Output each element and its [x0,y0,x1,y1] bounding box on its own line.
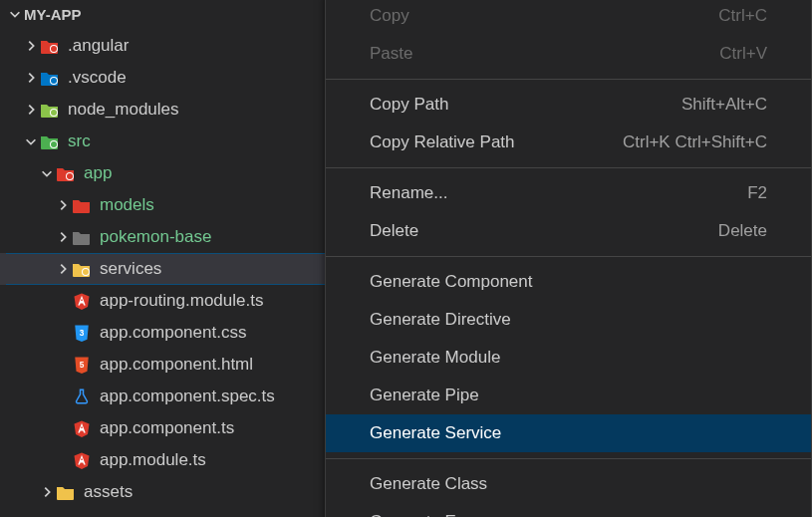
svg-point-7 [51,141,57,147]
folder-icon [72,195,92,215]
angular-file-icon [72,450,92,470]
context-menu-item-rename[interactable]: Rename...F2 [326,174,811,212]
context-menu-item-label: Generate Service [370,423,501,443]
file-explorer: MY-APP .angular.vscodenode_modulessrcapp… [0,0,325,517]
context-menu-separator [326,458,811,459]
context-menu-item-shortcut: F2 [747,183,767,203]
tree-item-label: node_modules [68,100,179,120]
context-menu-item-label: Rename... [370,183,447,203]
test-file-icon [72,387,92,406]
context-menu-item-shortcut: Ctrl+C [718,6,767,26]
context-menu-item-copy-path[interactable]: Copy PathShift+Alt+C [326,86,811,124]
context-menu-separator [326,167,811,168]
folder-row-vscode[interactable]: .vscode [0,62,325,94]
file-row-app-component-css[interactable]: 3app.component.css [0,317,325,349]
chevron-right-icon[interactable] [38,485,56,499]
folder-row-angular[interactable]: .angular [0,30,325,62]
chevron-right-icon[interactable] [54,262,72,276]
chevron-right-icon[interactable] [22,39,40,53]
tree-item-label: app.component.html [100,355,253,375]
tree-item-label: app.component.ts [100,418,234,438]
context-menu-item-generate-module[interactable]: Generate Module [326,339,811,377]
chevron-down-icon [6,5,24,23]
context-menu: CopyCtrl+CPasteCtrl+VCopy PathShift+Alt+… [325,0,812,517]
svg-point-3 [51,78,57,84]
folder-row-node-modules[interactable]: node_modules [0,94,325,126]
tree-item-label: app.component.css [100,323,246,343]
context-menu-item-shortcut: Ctrl+V [719,44,767,64]
svg-point-5 [51,110,57,116]
context-menu-item-shortcut: Delete [718,221,767,241]
folder-icon [72,259,92,279]
chevron-down-icon[interactable] [22,134,40,148]
context-menu-item-generate-pipe[interactable]: Generate Pipe [326,377,811,414]
html-file-icon: 5 [72,355,92,375]
svg-text:5: 5 [80,361,85,370]
context-menu-item-paste: PasteCtrl+V [326,35,811,73]
folder-icon [40,36,60,56]
context-menu-item-label: Generate Class [370,474,487,494]
context-menu-separator [326,79,811,80]
folder-row-models[interactable]: models [0,189,325,221]
context-menu-item-label: Generate Pipe [370,386,479,405]
svg-point-1 [51,46,57,52]
folder-row-pokemon-base[interactable]: pokemon-base [0,221,325,253]
tree-item-label: services [100,259,161,279]
context-menu-item-label: Copy Path [370,95,448,115]
context-menu-item-generate-service[interactable]: Generate Service [326,414,811,452]
context-menu-item-copy-relative-path[interactable]: Copy Relative PathCtrl+K Ctrl+Shift+C [326,124,811,161]
context-menu-item-label: Paste [370,44,412,64]
context-menu-item-shortcut: Shift+Alt+C [681,95,767,115]
folder-row-app[interactable]: app [0,157,325,189]
context-menu-item-label: Generate Enum [370,512,489,517]
svg-text:3: 3 [80,329,85,338]
chevron-right-icon[interactable] [22,71,40,85]
tree-item-label: .angular [68,36,129,56]
file-row-app-component-html[interactable]: 5app.component.html [0,349,325,381]
context-menu-separator [326,256,811,257]
angular-file-icon [72,291,92,311]
file-row-app-component-spec-ts[interactable]: app.component.spec.ts [0,381,325,412]
folder-icon [40,100,60,120]
context-menu-item-generate-component[interactable]: Generate Component [326,263,811,301]
css-file-icon: 3 [72,323,92,343]
tree-item-label: app.component.spec.ts [100,387,275,406]
folder-icon [40,68,60,88]
tree-item-label: src [68,131,91,151]
chevron-right-icon[interactable] [22,103,40,117]
context-menu-item-generate-class[interactable]: Generate Class [326,465,811,503]
context-menu-item-generate-enum[interactable]: Generate Enum [326,503,811,517]
folder-row-services[interactable]: services [0,253,325,285]
tree-item-label: models [100,195,154,215]
context-menu-item-generate-directive[interactable]: Generate Directive [326,301,811,339]
chevron-down-icon[interactable] [38,166,56,180]
folder-icon [40,131,60,151]
file-tree: .angular.vscodenode_modulessrcappmodelsp… [0,28,325,508]
context-menu-item-shortcut: Ctrl+K Ctrl+Shift+C [623,132,767,152]
tree-item-label: app.module.ts [100,450,206,470]
context-menu-item-label: Copy Relative Path [370,132,515,152]
folder-icon [56,482,76,502]
tree-item-label: assets [84,482,133,502]
file-row-app-component-ts[interactable]: app.component.ts [0,412,325,444]
folder-row-assets[interactable]: assets [0,476,325,508]
svg-point-9 [67,173,73,179]
chevron-right-icon[interactable] [54,198,72,212]
context-menu-item-copy: CopyCtrl+C [326,0,811,35]
tree-item-label: .vscode [68,68,127,88]
angular-file-icon [72,418,92,438]
context-menu-item-label: Copy [370,6,409,26]
file-row-app-module-ts[interactable]: app.module.ts [0,444,325,476]
folder-row-src[interactable]: src [0,126,325,157]
tree-item-label: app [84,163,112,183]
tree-item-label: app-routing.module.ts [100,291,263,311]
file-row-app-routing-module-ts[interactable]: app-routing.module.ts [0,285,325,317]
context-menu-item-label: Generate Module [370,348,500,368]
context-menu-item-label: Generate Directive [370,310,511,330]
context-menu-item-label: Generate Component [370,272,533,292]
explorer-section-header[interactable]: MY-APP [0,0,325,28]
chevron-right-icon[interactable] [54,230,72,244]
context-menu-item-label: Delete [370,221,418,241]
context-menu-item-delete[interactable]: DeleteDelete [326,212,811,250]
project-name: MY-APP [24,6,82,23]
